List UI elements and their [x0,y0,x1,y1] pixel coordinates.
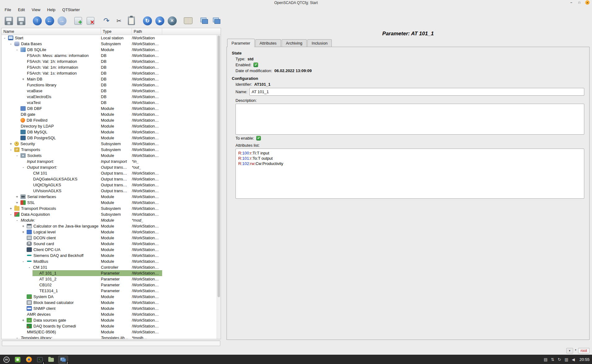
tree-row[interactable]: FSArch: Mess: alarms: informationDB/Work… [2,53,162,58]
attribute-item[interactable]: R:100:r:Ti:T input [238,150,581,156]
description-textarea[interactable] [236,104,584,135]
tree-row[interactable]: DAQGateAGLKSAGLKSOutput trans…/WorkStati… [2,176,162,182]
tray-keyboard-icon[interactable] [544,357,547,362]
refresh-button[interactable] [142,15,153,26]
tree-row[interactable]: Siemens DAQ and BeckhoffModule/WorkStati… [2,253,162,258]
panel-selector-dropdown[interactable] [566,348,573,353]
collapse-icon[interactable]: - [20,165,26,170]
window-1-button[interactable] [199,15,210,26]
collapse-icon[interactable]: - [14,336,20,339]
expand-icon[interactable]: + [14,201,20,205]
expand-icon[interactable]: + [8,142,14,146]
tree-row[interactable]: DB FireBirdModule/WorkStation… [2,117,162,123]
tree-row[interactable]: FSArch: Val: 1s: informationDB/WorkStati… [2,70,162,76]
firefox-launcher[interactable] [25,356,33,364]
tree-row[interactable]: vcaElectroElsDB/WorkStation… [2,94,162,100]
tray-volume-icon[interactable] [572,357,575,362]
tree-row[interactable]: -ModBusModule/WorkStation… [2,258,162,264]
tray-display-icon[interactable] [564,357,568,362]
tray-update-icon[interactable] [558,357,561,362]
column-header-name[interactable]: Name [2,28,101,35]
tree-row[interactable]: +SSLModule/WorkStation… [2,200,162,206]
current-user[interactable]: root [578,348,590,353]
cut-item-button[interactable] [113,15,124,26]
tree-row[interactable]: DAQ boards by ComediModule/WorkStation… [2,323,162,329]
scrollbar-thumb[interactable] [218,36,220,297]
expand-icon[interactable]: + [20,230,26,234]
tree-row[interactable]: TE1314_1Parameter/WorkStation… [2,288,162,294]
tree-row[interactable]: +SecuritySubsystem/WorkStation… [2,141,162,147]
expand-icon[interactable]: + [20,318,26,323]
collapse-icon[interactable]: - [20,259,26,264]
tab-attributes[interactable]: Attributes [255,39,281,47]
tree-row[interactable]: AT 101_2Parameter/WorkStation… [2,276,162,282]
tree-row[interactable]: -Data BasesSubsystem/WorkStation… [2,41,162,47]
tree-row[interactable]: Sound cardModule/WorkStation… [2,241,162,247]
tree-row[interactable]: -Output transport:Output trans…*out_ [2,164,162,170]
menu-edit[interactable]: Edit [15,6,28,13]
tree-row[interactable]: Functions libraryDB/WorkStation… [2,82,162,88]
minimize-button[interactable] [569,0,573,5]
collapse-icon[interactable]: - [14,48,20,52]
menu-qtstarter[interactable]: QTStarter [59,6,83,13]
tree-row[interactable]: vcaTestDB/WorkStation… [2,100,162,106]
load-from-db-button[interactable] [3,15,14,26]
collapse-icon[interactable]: - [14,154,20,158]
tree-row[interactable]: System DAModule/WorkStation… [2,294,162,300]
tree-row[interactable]: FSArch: Val: 1m: informationDB/WorkStati… [2,64,162,70]
tray-network-icon[interactable] [551,357,554,362]
software-launcher[interactable] [14,356,22,364]
tree-row[interactable]: UIVisionAGLKSOutput trans…/WorkStation… [2,188,162,194]
menu-help[interactable]: Help [44,6,59,13]
tree-row[interactable]: -Module:Module*mod_ [2,217,162,223]
expand-icon[interactable]: + [8,206,14,211]
to-enable-checkbox[interactable] [256,136,261,141]
tree-row[interactable]: Input transport:Input transport*in_ [2,158,162,164]
tree-row[interactable]: DB DBFModule/WorkStation… [2,106,162,111]
tab-archiving[interactable]: Archiving [282,39,307,47]
tree-row[interactable]: -CM 101Controller/WorkStation… [2,264,162,270]
tree-row[interactable]: -Data AcquisitionSubsystem/WorkStation… [2,211,162,217]
collapse-icon[interactable]: - [8,148,14,152]
mint-menu-launcher[interactable] [2,356,11,364]
tree-row[interactable]: +Serial interfacesModule/WorkStation… [2,194,162,200]
tree-row[interactable]: Client OPC-UAModule/WorkStation… [2,247,162,253]
collapse-icon[interactable]: - [26,265,32,270]
panel-splitter[interactable] [221,28,227,347]
tree-row[interactable]: +Transport ProtocolsSubsystem/WorkStatio… [2,206,162,211]
tree-row[interactable]: -StartLocal station/WorkStation [2,35,162,41]
menu-view[interactable]: View [28,6,44,13]
attribute-item[interactable]: R:101:r:To:T output [238,156,581,161]
window-2-button[interactable] [211,15,222,26]
expand-icon[interactable]: + [14,195,20,199]
tree-row[interactable]: +Calculator on the Java-like languageMod… [2,223,162,229]
tree-row[interactable]: SNMP clientModule/WorkStation… [2,306,162,311]
tree-row[interactable]: +Main DBDB/WorkStation… [2,76,162,82]
tree-row[interactable]: CM 101Output trans…/WorkStation… [2,170,162,176]
add-item-button[interactable] [72,15,84,26]
attribute-item[interactable]: R:102:rw:Cw:Productivity [238,161,581,166]
tree-row[interactable]: -Templates library:Templates lib…*tmplb… [2,335,162,339]
tree-row[interactable]: DB gateModule/WorkStation… [2,111,162,117]
delete-item-button[interactable] [85,15,96,26]
tab-inclusion[interactable]: Inclusion [307,39,332,47]
go-previous-button[interactable] [44,15,55,26]
collapse-icon[interactable]: - [2,36,8,40]
collapse-icon[interactable]: - [14,218,20,223]
column-header-path[interactable]: Path [132,28,162,35]
tree-row[interactable]: Directory by LDAPModule/WorkStation… [2,123,162,129]
tree-row[interactable]: DB PostgreSQLModule/WorkStation… [2,135,162,141]
tree-scrollbar[interactable] [217,35,221,339]
tree-row[interactable]: AMR devicesModule/WorkStation… [2,311,162,317]
collapse-icon[interactable]: - [8,212,14,217]
tree-row[interactable]: MMS(IEC-9506)Module/WorkStation… [2,329,162,335]
maximize-button[interactable] [577,0,581,5]
tree-row[interactable]: +Data sources gateModule/WorkStation… [2,317,162,323]
name-input[interactable] [249,88,584,96]
collapse-icon[interactable]: - [8,42,14,46]
tree-row[interactable]: AT 101_1Parameter/WorkStation… [2,270,162,276]
tree-row[interactable]: CB102Parameter/WorkStation… [2,282,162,288]
enabled-checkbox[interactable] [253,63,258,67]
tree-row[interactable]: vcaBaseDB/WorkStation… [2,88,162,94]
tree-row[interactable]: +Logical levelModule/WorkStation… [2,229,162,235]
